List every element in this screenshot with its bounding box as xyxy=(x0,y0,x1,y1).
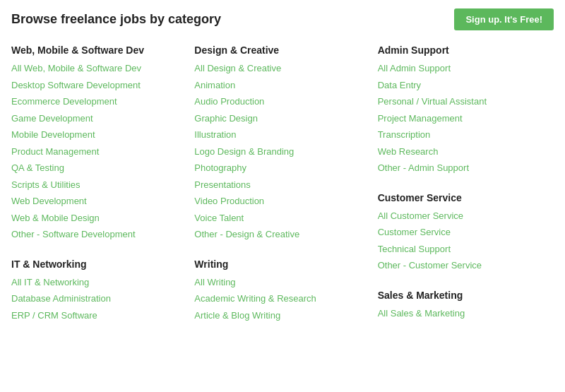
list-item: All Design & Creative xyxy=(194,61,363,76)
category-title-sales: Sales & Marketing xyxy=(378,290,547,301)
link-audio[interactable]: Audio Production xyxy=(194,96,264,107)
link-qa[interactable]: QA & Testing xyxy=(11,162,64,173)
link-other-software[interactable]: Other - Software Development xyxy=(11,229,136,239)
list-item: Logo Design & Branding xyxy=(194,145,363,159)
list-item: Other - Software Development xyxy=(11,227,180,242)
signup-button[interactable]: Sign up. It's Free! xyxy=(454,8,554,30)
link-tech-support[interactable]: Technical Support xyxy=(378,244,451,254)
category-title-admin: Admin Support xyxy=(378,44,547,56)
list-item: Other - Design & Creative xyxy=(194,227,363,242)
list-item: Academic Writing & Research xyxy=(194,292,363,306)
list-item: Web Research xyxy=(378,145,547,159)
links-admin: All Admin Support Data Entry Personal / … xyxy=(378,61,547,175)
link-video[interactable]: Video Production xyxy=(194,196,264,206)
link-webdev[interactable]: Web Development xyxy=(11,196,87,206)
link-graphic[interactable]: Graphic Design xyxy=(194,113,258,124)
list-item: Personal / Virtual Assistant xyxy=(378,95,547,109)
list-item: Customer Service xyxy=(378,225,547,239)
links-design: All Design & Creative Animation Audio Pr… xyxy=(194,61,363,242)
links-it: All IT & Networking Database Administrat… xyxy=(11,275,180,323)
links-web-mobile: All Web, Mobile & Software Dev Desktop S… xyxy=(11,61,180,242)
link-other-cs[interactable]: Other - Customer Service xyxy=(378,260,482,271)
list-item: Product Management xyxy=(11,145,180,159)
list-item: Desktop Software Development xyxy=(11,78,180,93)
link-article[interactable]: Article & Blog Writing xyxy=(194,310,280,321)
link-all-writing[interactable]: All Writing xyxy=(194,277,235,287)
link-ecommerce[interactable]: Ecommerce Development xyxy=(11,96,117,107)
link-project-mgmt[interactable]: Project Management xyxy=(378,113,463,124)
link-desktop[interactable]: Desktop Software Development xyxy=(11,80,141,90)
link-web-research[interactable]: Web Research xyxy=(378,146,439,157)
category-title-customer-service: Customer Service xyxy=(378,192,547,203)
list-item: All Writing xyxy=(194,275,363,290)
list-item: Article & Blog Writing xyxy=(194,309,363,323)
column-0: Web, Mobile & Software Dev All Web, Mobi… xyxy=(11,44,187,339)
link-voice[interactable]: Voice Talent xyxy=(194,213,244,223)
list-item: All Customer Service xyxy=(378,209,547,223)
section-sales: Sales & Marketing All Sales & Marketing xyxy=(378,290,554,321)
list-item: All IT & Networking xyxy=(11,275,180,290)
category-title-it: IT & Networking xyxy=(11,259,180,270)
link-all-cs[interactable]: All Customer Service xyxy=(378,210,463,221)
link-webmobile[interactable]: Web & Mobile Design xyxy=(11,213,100,223)
link-presentations[interactable]: Presentations xyxy=(194,179,251,190)
link-data-entry[interactable]: Data Entry xyxy=(378,80,421,90)
page-title: Browse freelance jobs by category xyxy=(11,12,221,27)
section-it: IT & Networking All IT & Networking Data… xyxy=(11,259,187,323)
link-scripts[interactable]: Scripts & Utilities xyxy=(11,179,81,190)
list-item: Ecommerce Development xyxy=(11,95,180,109)
list-item: Audio Production xyxy=(194,95,363,109)
link-illustration[interactable]: Illustration xyxy=(194,129,236,140)
list-item: All Admin Support xyxy=(378,61,547,76)
list-item: QA & Testing xyxy=(11,161,180,175)
link-other-design[interactable]: Other - Design & Creative xyxy=(194,229,299,239)
list-item: Technical Support xyxy=(378,242,547,256)
category-title-web-mobile: Web, Mobile & Software Dev xyxy=(11,44,180,56)
list-item: Graphic Design xyxy=(194,112,363,126)
list-item: Photography xyxy=(194,161,363,175)
list-item: Illustration xyxy=(194,128,363,142)
link-cs[interactable]: Customer Service xyxy=(378,227,451,237)
link-virtual-assistant[interactable]: Personal / Virtual Assistant xyxy=(378,96,487,107)
link-all-web[interactable]: All Web, Mobile & Software Dev xyxy=(11,63,141,73)
link-other-admin[interactable]: Other - Admin Support xyxy=(378,162,469,173)
link-mobile[interactable]: Mobile Development xyxy=(11,129,95,140)
list-item: ERP / CRM Software xyxy=(11,309,180,323)
link-academic[interactable]: Academic Writing & Research xyxy=(194,293,316,304)
link-transcription[interactable]: Transcription xyxy=(378,129,431,140)
link-logo[interactable]: Logo Design & Branding xyxy=(194,146,294,157)
list-item: Database Administration xyxy=(11,292,180,306)
list-item: Project Management xyxy=(378,112,547,126)
section-writing: Writing All Writing Academic Writing & R… xyxy=(194,259,370,323)
list-item: All Sales & Marketing xyxy=(378,307,547,321)
link-all-design[interactable]: All Design & Creative xyxy=(194,63,281,73)
section-customer-service: Customer Service All Customer Service Cu… xyxy=(378,192,554,273)
link-product[interactable]: Product Management xyxy=(11,146,99,157)
link-all-it[interactable]: All IT & Networking xyxy=(11,277,89,287)
list-item: Web & Mobile Design xyxy=(11,211,180,225)
list-item: Web Development xyxy=(11,194,180,208)
links-customer-service: All Customer Service Customer Service Te… xyxy=(378,209,547,273)
link-animation[interactable]: Animation xyxy=(194,80,235,90)
link-game[interactable]: Game Development xyxy=(11,113,93,124)
header-row: Browse freelance jobs by category Sign u… xyxy=(11,8,554,30)
list-item: All Web, Mobile & Software Dev xyxy=(11,61,180,76)
list-item: Data Entry xyxy=(378,78,547,93)
category-title-writing: Writing xyxy=(194,259,363,270)
link-erp[interactable]: ERP / CRM Software xyxy=(11,310,97,321)
column-2: Admin Support All Admin Support Data Ent… xyxy=(378,44,554,339)
section-web-mobile: Web, Mobile & Software Dev All Web, Mobi… xyxy=(11,44,187,242)
link-photo[interactable]: Photography xyxy=(194,162,246,173)
list-item: Transcription xyxy=(378,128,547,142)
list-item: Presentations xyxy=(194,178,363,192)
list-item: Video Production xyxy=(194,194,363,208)
link-all-sales[interactable]: All Sales & Marketing xyxy=(378,308,465,319)
link-dba[interactable]: Database Administration xyxy=(11,293,111,304)
page-wrapper: Browse freelance jobs by category Sign u… xyxy=(0,0,565,392)
category-title-design: Design & Creative xyxy=(194,44,363,56)
section-design: Design & Creative All Design & Creative … xyxy=(194,44,370,242)
list-item: Game Development xyxy=(11,112,180,126)
link-all-admin[interactable]: All Admin Support xyxy=(378,63,451,73)
list-item: Other - Admin Support xyxy=(378,161,547,175)
links-sales: All Sales & Marketing xyxy=(378,307,547,321)
